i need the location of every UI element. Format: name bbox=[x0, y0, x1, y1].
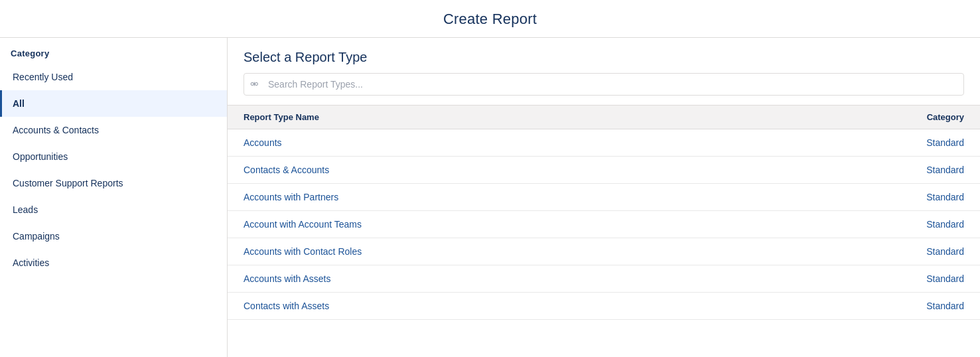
report-category: Standard bbox=[894, 265, 980, 293]
sidebar-item-all[interactable]: All bbox=[0, 90, 227, 117]
content-area: Select a Report Type ⚮ Report Type Name … bbox=[228, 38, 980, 357]
sidebar-item-customer-support-reports[interactable]: Customer Support Reports bbox=[0, 170, 227, 196]
sidebar-item-accounts-contacts[interactable]: Accounts & Contacts bbox=[0, 117, 227, 143]
table-row[interactable]: Accounts with AssetsStandard bbox=[228, 265, 980, 293]
report-type-name: Contacts & Accounts bbox=[228, 157, 894, 184]
content-header: Select a Report Type ⚮ bbox=[228, 38, 980, 105]
report-category: Standard bbox=[894, 238, 980, 265]
report-category: Standard bbox=[894, 293, 980, 320]
search-container: ⚮ bbox=[244, 73, 964, 96]
table-row[interactable]: Account with Account TeamsStandard bbox=[228, 211, 980, 238]
search-input[interactable] bbox=[244, 73, 964, 96]
report-type-name: Accounts with Contact Roles bbox=[228, 238, 894, 265]
table-header-row: Report Type Name Category bbox=[228, 106, 980, 129]
sidebar-item-leads[interactable]: Leads bbox=[0, 196, 227, 223]
table-row[interactable]: AccountsStandard bbox=[228, 129, 980, 157]
report-type-table: Report Type Name Category AccountsStanda… bbox=[228, 105, 980, 320]
col-report-type-name: Report Type Name bbox=[228, 106, 894, 129]
col-category: Category bbox=[894, 106, 980, 129]
report-type-name: Accounts with Partners bbox=[228, 184, 894, 211]
content-title: Select a Report Type bbox=[244, 50, 964, 65]
report-table: Report Type Name Category AccountsStanda… bbox=[228, 105, 980, 357]
report-type-name: Account with Account Teams bbox=[228, 211, 894, 238]
page-title: Create Report bbox=[0, 0, 980, 38]
report-category: Standard bbox=[894, 129, 980, 157]
sidebar-item-opportunities[interactable]: Opportunities bbox=[0, 143, 227, 170]
report-category: Standard bbox=[894, 184, 980, 211]
report-category: Standard bbox=[894, 211, 980, 238]
sidebar: Category Recently Used All Accounts & Co… bbox=[0, 38, 228, 357]
report-type-name: Accounts with Assets bbox=[228, 265, 894, 293]
sidebar-item-activities[interactable]: Activities bbox=[0, 250, 227, 276]
report-type-name: Accounts bbox=[228, 129, 894, 157]
sidebar-category-label: Category bbox=[0, 38, 227, 64]
report-type-name: Contacts with Assets bbox=[228, 293, 894, 320]
table-row[interactable]: Accounts with Contact RolesStandard bbox=[228, 238, 980, 265]
table-row[interactable]: Accounts with PartnersStandard bbox=[228, 184, 980, 211]
sidebar-item-campaigns[interactable]: Campaigns bbox=[0, 223, 227, 250]
sidebar-item-recently-used[interactable]: Recently Used bbox=[0, 64, 227, 90]
report-category: Standard bbox=[894, 157, 980, 184]
table-row[interactable]: Contacts with AssetsStandard bbox=[228, 293, 980, 320]
table-row[interactable]: Contacts & AccountsStandard bbox=[228, 157, 980, 184]
